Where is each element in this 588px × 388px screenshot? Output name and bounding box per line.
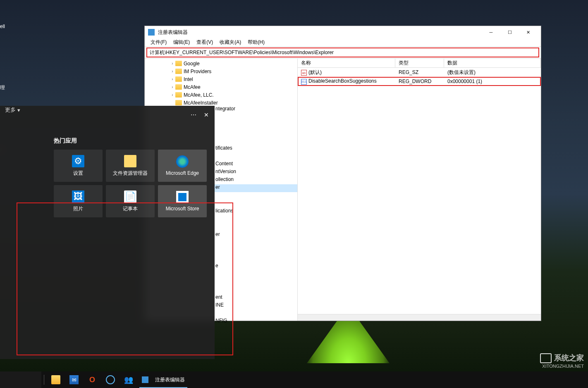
office-icon: O xyxy=(88,375,97,384)
start-top-right: ⋯ ✕ xyxy=(191,112,209,118)
tree-node-label: McAfeeInstaller xyxy=(184,100,218,106)
tile-label: 设置 xyxy=(73,170,83,177)
tree-expander-icon[interactable]: › xyxy=(170,77,175,81)
values-body[interactable]: ab(默认)REG_SZ(数值未设置)011DisableSearchBoxSu… xyxy=(298,68,541,314)
tree-node-fragment: lications xyxy=(215,208,297,216)
tile-label: 记事本 xyxy=(123,205,138,212)
col-data[interactable]: 数据 xyxy=(444,59,541,67)
tree-peek: ntegratortificatesContentntVersionollect… xyxy=(215,106,297,326)
taskbar-mail[interactable]: ✉ xyxy=(65,371,83,388)
tree-expander-icon[interactable]: › xyxy=(170,69,175,74)
value-data: 0x00000001 (1) xyxy=(444,78,541,85)
more-options-button[interactable]: ⋯ xyxy=(191,112,196,118)
folder-icon xyxy=(175,61,182,66)
tree-node[interactable]: ›Intel xyxy=(145,75,297,83)
tree-node-label: McAfee, LLC. xyxy=(184,92,214,98)
more-dropdown[interactable]: 更多 ▾ xyxy=(5,106,20,114)
tree-node-fragment xyxy=(215,224,297,231)
menu-favorites[interactable]: 收藏夹(A) xyxy=(216,38,244,47)
photos-icon: 🖼 xyxy=(72,190,84,203)
folder-icon xyxy=(51,375,60,384)
taskbar-divider xyxy=(44,375,44,385)
tree-node-fragment xyxy=(215,200,297,208)
app-tile-edge[interactable]: Microsoft Edge xyxy=(158,150,207,182)
menu-edit[interactable]: 编辑(E) xyxy=(170,38,193,47)
tree-node-fragment xyxy=(215,216,297,224)
regedit-app-icon xyxy=(148,29,155,36)
app-tile-notepad[interactable]: 📄记事本 xyxy=(106,185,155,217)
app-tile-explorer[interactable]: 文件资源管理器 xyxy=(106,150,155,182)
tree-node-fragment: er xyxy=(215,231,297,239)
tree-node[interactable]: ›McAfee, LLC. xyxy=(145,91,297,99)
value-name: DisableSearchBoxSuggestions xyxy=(308,78,377,84)
tree-node-fragment xyxy=(215,247,297,255)
tree-node-fragment: ent xyxy=(215,294,297,302)
regedit-title: 注册表编辑器 xyxy=(158,29,482,36)
regedit-address-bar[interactable]: 计算机\HKEY_CURRENT_USER\SOFTWARE\Policies\… xyxy=(146,48,539,57)
registry-value-row[interactable]: 011DisableSearchBoxSuggestionsREG_DWORD0… xyxy=(298,77,541,86)
house-icon xyxy=(540,353,552,363)
app-tile-settings[interactable]: ⚙设置 xyxy=(54,150,103,182)
taskbar-cortana[interactable] xyxy=(101,371,120,388)
regedit-app-icon xyxy=(142,376,148,383)
menu-help[interactable]: 帮助(H) xyxy=(244,38,268,47)
tree-node[interactable]: ›McAfee xyxy=(145,83,297,91)
close-icon[interactable]: ✕ xyxy=(204,112,209,118)
teams-icon: 👥 xyxy=(124,375,133,384)
store-icon xyxy=(176,191,189,203)
menu-file[interactable]: 文件(F) xyxy=(147,38,170,47)
col-type[interactable]: 类型 xyxy=(395,59,444,67)
taskbar-left-gutter xyxy=(0,371,41,388)
registry-value-icon: ab xyxy=(301,70,307,76)
tree-expander-icon[interactable]: › xyxy=(170,85,175,89)
more-label: 更多 xyxy=(5,106,16,114)
folder-icon xyxy=(175,69,182,74)
chevron-down-icon: ▾ xyxy=(17,107,20,113)
tree-node-fragment: tificates xyxy=(215,145,297,153)
tree-node-fragment xyxy=(215,114,297,121)
tree-node-fragment xyxy=(215,121,297,129)
tree-node-fragment xyxy=(215,279,297,286)
app-tile-photos[interactable]: 🖼照片 xyxy=(54,185,103,217)
app-tile-store[interactable]: Microsoft Store xyxy=(158,185,207,217)
taskbar-file-explorer[interactable] xyxy=(47,371,65,388)
tree-node-fragment xyxy=(215,255,297,263)
tree-node-label: Intel xyxy=(184,76,193,82)
tree-node[interactable]: ›IM Providers xyxy=(145,67,297,75)
regedit-titlebar[interactable]: 注册表编辑器 ─ ☐ ✕ xyxy=(145,26,541,38)
tree-expander-icon[interactable]: › xyxy=(170,61,175,66)
tree-expander-icon[interactable]: › xyxy=(170,93,175,97)
taskbar: ✉ O 👥 注册表编辑器 xyxy=(0,371,588,388)
tree-node-fragment: INE xyxy=(215,302,297,310)
taskbar-office[interactable]: O xyxy=(83,371,101,388)
taskbar-running-regedit[interactable]: 注册表编辑器 xyxy=(138,371,189,388)
close-button[interactable]: ✕ xyxy=(519,26,538,38)
mail-icon: ✉ xyxy=(69,375,79,384)
tree-node-fragment: NFIG xyxy=(215,318,297,326)
folder-icon xyxy=(175,92,182,98)
col-name[interactable]: 名称 xyxy=(298,59,395,67)
value-type: REG_DWORD xyxy=(395,78,444,85)
tile-label: Microsoft Store xyxy=(166,206,199,212)
desktop-icon-fragment xyxy=(0,31,12,62)
tree-node-label: Google xyxy=(184,61,200,67)
tree-node-label: McAfee xyxy=(184,84,201,90)
watermark-brand: 系统之家 xyxy=(554,353,584,363)
watermark-logo: 系统之家 xyxy=(540,353,584,363)
tree-node-fragment xyxy=(215,137,297,145)
tree-node-fragment: e xyxy=(215,263,297,271)
values-header: 名称 类型 数据 xyxy=(298,59,541,68)
tree-node[interactable]: ›Google xyxy=(145,60,297,67)
registry-value-row[interactable]: ab(默认)REG_SZ(数值未设置) xyxy=(298,68,541,77)
window-controls: ─ ☐ ✕ xyxy=(482,26,538,38)
menu-view[interactable]: 查看(V) xyxy=(193,38,216,47)
taskbar-running-label: 注册表编辑器 xyxy=(155,376,185,383)
tree-node-fragment xyxy=(215,286,297,294)
folder-icon xyxy=(175,76,182,82)
horizontal-scrollbar[interactable] xyxy=(298,314,541,321)
settings-icon: ⚙ xyxy=(72,155,84,167)
regedit-address-text: 计算机\HKEY_CURRENT_USER\SOFTWARE\Policies\… xyxy=(150,49,334,56)
minimize-button[interactable]: ─ xyxy=(482,26,500,38)
maximize-button[interactable]: ☐ xyxy=(500,26,519,38)
taskbar-teams[interactable]: 👥 xyxy=(120,371,138,388)
